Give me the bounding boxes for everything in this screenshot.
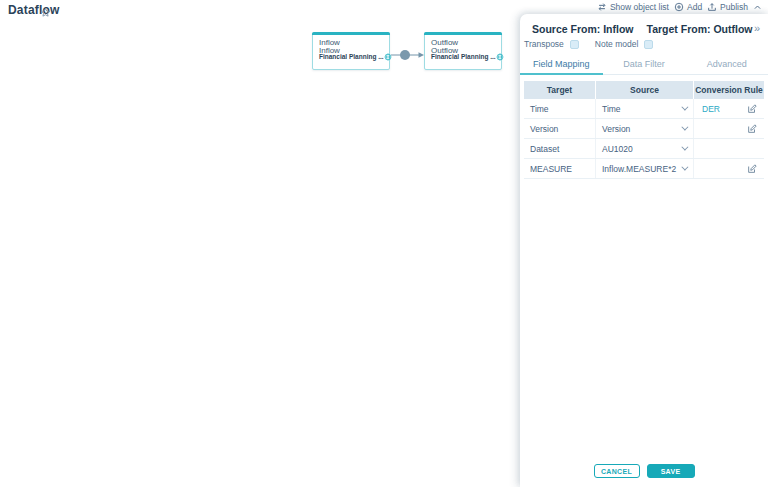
edit-icon[interactable] [747, 104, 757, 114]
add-button[interactable]: Add [674, 2, 702, 12]
properties-panel: Source From: Inflow Target From: Outflow… [520, 14, 768, 487]
tab-advanced[interactable]: Advanced [685, 55, 768, 74]
field-mapping-table: Target Source Conversion Rule Time Time … [524, 81, 764, 179]
note-model-checkbox[interactable] [644, 40, 653, 49]
model-globe-icon [384, 47, 392, 65]
chevron-down-icon [681, 124, 688, 131]
collapse-header-chevron-icon[interactable] [753, 3, 762, 12]
target-cell: MEASURE [524, 159, 596, 178]
source-from-label: Source From: Inflow [532, 23, 634, 35]
source-select[interactable]: AU1020 [596, 139, 694, 158]
tab-field-mapping[interactable]: Field Mapping [520, 55, 603, 74]
node-connector [0, 16, 520, 487]
favorite-star-icon[interactable] [40, 4, 51, 15]
edit-icon[interactable] [747, 164, 757, 174]
tab-data-filter[interactable]: Data Filter [603, 55, 686, 74]
target-cell: Dataset [524, 139, 596, 158]
toolbar: Show object list Add Publish [597, 2, 762, 12]
save-button[interactable]: SAVE [647, 464, 695, 478]
page-title: Dataflow [8, 3, 60, 17]
target-cell: Time [524, 99, 596, 118]
target-cell: Version [524, 119, 596, 138]
column-source: Source [596, 81, 694, 99]
add-label: Add [687, 2, 702, 12]
transpose-label: Transpose [524, 39, 564, 49]
table-header: Target Source Conversion Rule [524, 81, 764, 99]
model-globe-icon [496, 47, 504, 65]
node-outflow[interactable]: Outflow Outflow Financial Planning ... [424, 32, 502, 70]
source-select[interactable]: Time [596, 99, 694, 118]
show-object-list-button[interactable]: Show object list [597, 2, 669, 12]
table-row: Dataset AU1020 [524, 139, 764, 159]
transpose-checkbox[interactable] [570, 40, 579, 49]
column-target: Target [524, 81, 596, 99]
table-row: Version Version [524, 119, 764, 139]
publish-icon [707, 2, 717, 12]
chevron-down-icon [681, 144, 688, 151]
cancel-button[interactable]: CANCEL [594, 464, 640, 478]
chevron-down-icon [681, 164, 688, 171]
add-circle-icon [674, 2, 684, 12]
panel-tabs: Field Mapping Data Filter Advanced [520, 55, 768, 75]
show-object-list-label: Show object list [610, 2, 669, 12]
chevron-down-icon [681, 104, 688, 111]
source-select[interactable]: Version [596, 119, 694, 138]
node-inflow[interactable]: Inflow Inflow Financial Planning ... [312, 32, 390, 70]
collapse-panel-icon[interactable]: » [754, 23, 760, 34]
dataflow-canvas[interactable]: Inflow Inflow Financial Planning ... Out… [0, 16, 520, 487]
column-conversion-rule: Conversion Rule [694, 81, 764, 99]
swap-icon [597, 2, 607, 12]
publish-button[interactable]: Publish [707, 2, 748, 12]
note-model-label: Note model [595, 39, 638, 49]
source-select[interactable]: Inflow.MEASURE*2 [596, 159, 694, 178]
node-model-label: Financial Planning ... [431, 53, 496, 60]
table-row: MEASURE Inflow.MEASURE*2 [524, 159, 764, 179]
node-model-label: Financial Planning ... [319, 53, 384, 60]
conversion-rule-link[interactable]: DER [702, 104, 720, 114]
publish-label: Publish [720, 2, 748, 12]
edit-icon[interactable] [747, 124, 757, 134]
table-row: Time Time DER [524, 99, 764, 119]
target-from-label: Target From: Outflow [647, 23, 753, 35]
